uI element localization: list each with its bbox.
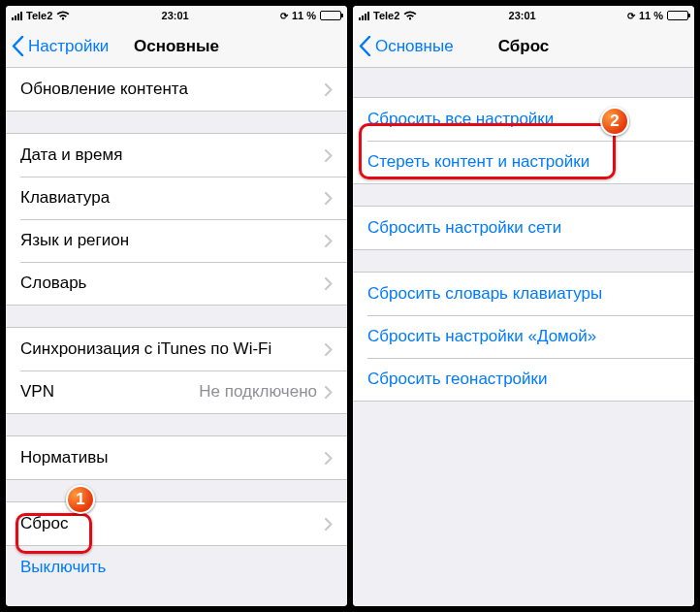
chevron-left-icon bbox=[359, 36, 371, 56]
phone-right: Tele2 23:01 ⟳ 11 % Основные Сброс bbox=[353, 6, 694, 606]
signal-icon bbox=[359, 11, 369, 20]
cell-reset-home[interactable]: Сбросить настройки «Домой» bbox=[353, 315, 694, 358]
cell-label: Сбросить настройки сети bbox=[367, 218, 561, 238]
cell-dictionary[interactable]: Словарь bbox=[6, 262, 347, 305]
wifi-icon bbox=[403, 11, 417, 20]
cell-reset[interactable]: Сброс bbox=[6, 502, 347, 545]
chevron-right-icon bbox=[325, 452, 333, 465]
shutdown-button[interactable]: Выключить bbox=[6, 546, 347, 589]
wifi-icon bbox=[56, 11, 70, 20]
cell-label: Стереть контент и настройки bbox=[367, 152, 589, 172]
battery-icon bbox=[320, 11, 341, 20]
chevron-right-icon bbox=[325, 277, 333, 290]
back-button[interactable]: Настройки bbox=[6, 36, 109, 56]
chevron-right-icon bbox=[325, 343, 333, 356]
chevron-right-icon bbox=[325, 235, 333, 247]
orientation-lock-icon: ⟳ bbox=[280, 11, 288, 21]
battery-icon bbox=[667, 11, 688, 20]
cell-label: Обновление контента bbox=[20, 80, 188, 99]
screenshot-canvas: Tele2 23:01 ⟳ 11 % Настройки Основные bbox=[0, 0, 700, 612]
cell-detail: Не подключено bbox=[199, 382, 317, 402]
cell-label: Сбросить геонастройки bbox=[367, 370, 548, 389]
cell-label: Сбросить все настройки bbox=[367, 110, 554, 129]
status-bar: Tele2 23:01 ⟳ 11 % bbox=[353, 6, 694, 25]
nav-bar: Настройки Основные bbox=[6, 25, 347, 68]
chevron-right-icon bbox=[325, 386, 333, 399]
cell-regulatory[interactable]: Нормативы bbox=[6, 436, 347, 479]
chevron-left-icon bbox=[12, 36, 24, 56]
battery-pct-label: 11 % bbox=[292, 10, 316, 21]
chevron-right-icon bbox=[325, 518, 333, 531]
carrier-label: Tele2 bbox=[373, 10, 399, 21]
cell-lang-region[interactable]: Язык и регион bbox=[6, 219, 347, 262]
shutdown-label: Выключить bbox=[20, 558, 106, 576]
cell-reset-keyboard[interactable]: Сбросить словарь клавиатуры bbox=[353, 273, 694, 315]
chevron-right-icon bbox=[325, 192, 333, 205]
cell-keyboard[interactable]: Клавиатура bbox=[6, 177, 347, 219]
cell-reset-all[interactable]: Сбросить все настройки bbox=[353, 98, 694, 141]
cell-itunes-wifi[interactable]: Синхронизация с iTunes по Wi-Fi bbox=[6, 328, 347, 370]
cell-label: Синхронизация с iTunes по Wi-Fi bbox=[20, 339, 271, 359]
settings-list[interactable]: Обновление контента Дата и время Клавиат… bbox=[6, 68, 347, 606]
cell-reset-network[interactable]: Сбросить настройки сети bbox=[353, 207, 694, 249]
nav-bar: Основные Сброс bbox=[353, 25, 694, 68]
back-label: Настройки bbox=[28, 37, 109, 56]
cell-label: Сбросить словарь клавиатуры bbox=[367, 284, 602, 304]
orientation-lock-icon: ⟳ bbox=[627, 11, 635, 21]
cell-label: Клавиатура bbox=[20, 188, 110, 208]
cell-erase-all[interactable]: Стереть контент и настройки bbox=[353, 141, 694, 183]
chevron-right-icon bbox=[325, 83, 333, 96]
clock-label: 23:01 bbox=[509, 10, 536, 21]
cell-label: VPN bbox=[20, 382, 54, 402]
back-button[interactable]: Основные bbox=[353, 36, 454, 56]
back-label: Основные bbox=[375, 37, 454, 56]
battery-pct-label: 11 % bbox=[639, 10, 663, 21]
cell-label: Нормативы bbox=[20, 448, 109, 467]
cell-label: Дата и время bbox=[20, 145, 122, 165]
cell-label: Сбросить настройки «Домой» bbox=[367, 327, 596, 346]
cell-content-update[interactable]: Обновление контента bbox=[6, 68, 347, 111]
chevron-right-icon bbox=[325, 149, 333, 162]
status-bar: Tele2 23:01 ⟳ 11 % bbox=[6, 6, 347, 25]
reset-list[interactable]: Сбросить все настройки Стереть контент и… bbox=[353, 68, 694, 606]
cell-label: Язык и регион bbox=[20, 231, 129, 250]
signal-icon bbox=[12, 11, 22, 20]
cell-vpn[interactable]: VPN Не подключено bbox=[6, 370, 347, 413]
cell-reset-location[interactable]: Сбросить геонастройки bbox=[353, 358, 694, 401]
cell-label: Словарь bbox=[20, 274, 86, 293]
cell-date-time[interactable]: Дата и время bbox=[6, 134, 347, 177]
carrier-label: Tele2 bbox=[26, 10, 52, 21]
cell-label: Сброс bbox=[20, 514, 68, 533]
clock-label: 23:01 bbox=[162, 10, 189, 21]
phone-left: Tele2 23:01 ⟳ 11 % Настройки Основные bbox=[6, 6, 347, 606]
